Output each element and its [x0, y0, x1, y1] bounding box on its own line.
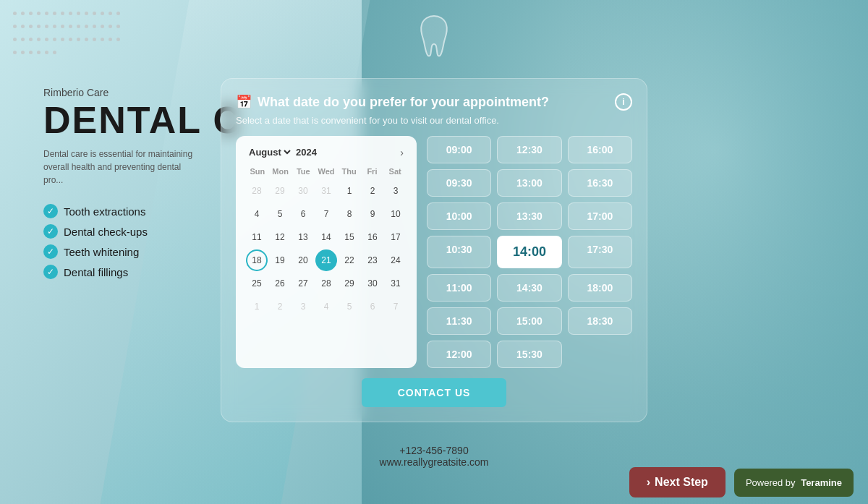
calendar-day[interactable]: 3 — [292, 296, 314, 317]
calendar-day[interactable]: 14 — [315, 226, 337, 248]
calendar-day[interactable]: 1 — [339, 180, 360, 202]
calendar-nav: August 2024 › — [246, 146, 407, 158]
feature-item: Dental check-ups — [43, 224, 246, 239]
calendar-day[interactable]: 10 — [385, 203, 407, 225]
calendar-day[interactable]: 31 — [315, 180, 337, 202]
modal-body: August 2024 › Sun Mon Tue Wed Thu Fri Sa… — [236, 136, 632, 368]
time-slots-section: 09:0012:3016:0009:3013:0016:3010:0013:30… — [427, 136, 632, 368]
calendar-day[interactable]: 5 — [269, 203, 291, 225]
calendar-day[interactable]: 30 — [362, 273, 383, 294]
time-slot[interactable]: 17:30 — [568, 236, 632, 268]
footer-bar: › Next Step Powered by Teramine — [0, 461, 868, 504]
calendar-day[interactable]: 8 — [339, 203, 360, 225]
calendar-day[interactable]: 19 — [269, 249, 291, 271]
calendar-day[interactable]: 22 — [339, 249, 360, 271]
appointment-modal: 📅 What date do you prefer for your appoi… — [221, 78, 647, 422]
calendar-day[interactable]: 23 — [362, 249, 383, 271]
calendar-day[interactable]: 7 — [315, 203, 337, 225]
time-slot[interactable]: 12:30 — [497, 136, 561, 163]
time-slot[interactable]: 10:00 — [427, 202, 491, 230]
hero-title: DENTAL C — [43, 101, 246, 139]
next-step-arrow: › — [647, 476, 650, 489]
calendar-day[interactable]: 20 — [292, 249, 314, 271]
next-step-button[interactable]: › Next Step — [629, 467, 726, 497]
calendar-day[interactable]: 5 — [339, 296, 360, 317]
calendar-day[interactable]: 7 — [385, 296, 407, 317]
powered-by-label: Powered by — [746, 477, 796, 488]
calendar-day[interactable]: 18 — [246, 249, 268, 271]
calendar-day[interactable]: 4 — [246, 203, 268, 225]
calendar-days-header: Sun Mon Tue Wed Thu Fri Sat — [246, 166, 407, 177]
calendar-section: August 2024 › Sun Mon Tue Wed Thu Fri Sa… — [236, 136, 417, 368]
modal-title: What date do you prefer for your appoint… — [258, 95, 549, 110]
calendar-day[interactable]: 29 — [269, 180, 291, 202]
time-slot[interactable]: 16:30 — [568, 169, 632, 197]
calendar-day[interactable]: 28 — [246, 180, 268, 202]
calendar-day[interactable]: 21 — [315, 249, 337, 271]
time-slot[interactable]: 16:00 — [568, 136, 632, 163]
calendar-day[interactable]: 2 — [362, 180, 383, 202]
feature-label: Dental check-ups — [64, 226, 148, 238]
calendar-icon: 📅 — [236, 94, 252, 110]
calendar-day[interactable]: 29 — [339, 273, 360, 294]
day-fri: Fri — [361, 166, 384, 177]
calendar-day[interactable]: 27 — [292, 273, 314, 294]
check-icon — [43, 224, 58, 239]
time-slot[interactable]: 13:30 — [497, 202, 561, 230]
time-slot[interactable]: 11:30 — [427, 307, 491, 335]
calendar-day[interactable]: 28 — [315, 273, 337, 294]
day-wed: Wed — [315, 166, 338, 177]
time-slot[interactable]: 14:30 — [497, 274, 561, 302]
time-slot[interactable]: 10:30 — [427, 236, 491, 268]
calendar-day[interactable]: 24 — [385, 249, 407, 271]
calendar-day[interactable]: 4 — [315, 296, 337, 317]
calendar-day[interactable]: 1 — [246, 296, 268, 317]
time-slot[interactable]: 18:30 — [568, 307, 632, 335]
calendar-day[interactable]: 25 — [246, 273, 268, 294]
calendar-day[interactable]: 17 — [385, 226, 407, 248]
calendar-day[interactable]: 12 — [269, 226, 291, 248]
calendar-day[interactable]: 30 — [292, 180, 314, 202]
calendar-day[interactable]: 31 — [385, 273, 407, 294]
calendar-day[interactable]: 13 — [292, 226, 314, 248]
day-sat: Sat — [383, 166, 407, 177]
powered-by-badge: Powered by Teramine — [734, 469, 854, 497]
check-icon — [43, 244, 58, 259]
phone-number: +123-456-7890 — [380, 445, 489, 456]
calendar-day[interactable]: 6 — [362, 296, 383, 317]
features-list: Tooth extractionsDental check-upsTeeth w… — [43, 204, 246, 279]
feature-item: Dental fillings — [43, 265, 246, 279]
calendar-day[interactable]: 11 — [246, 226, 268, 248]
time-slot[interactable]: 12:00 — [427, 341, 491, 368]
calendar-day[interactable]: 26 — [269, 273, 291, 294]
time-slot[interactable]: 18:00 — [568, 274, 632, 302]
info-icon[interactable]: i — [615, 93, 632, 111]
calendar-day[interactable]: 16 — [362, 226, 383, 248]
day-thu: Thu — [338, 166, 361, 177]
calendar-day[interactable]: 6 — [292, 203, 314, 225]
time-slot[interactable]: 09:00 — [427, 136, 491, 163]
feature-item: Teeth whitening — [43, 244, 246, 259]
time-slot[interactable]: 14:00 — [497, 236, 561, 268]
day-sun: Sun — [246, 166, 269, 177]
time-slot[interactable]: 11:00 — [427, 274, 491, 302]
next-step-label: Next Step — [655, 476, 708, 489]
time-slot[interactable]: 13:00 — [497, 169, 561, 197]
calendar-day[interactable]: 9 — [362, 203, 383, 225]
month-select[interactable]: August — [246, 146, 293, 158]
feature-label: Tooth extractions — [64, 205, 145, 218]
time-slot[interactable]: 09:30 — [427, 169, 491, 197]
year-display: 2024 — [296, 147, 317, 158]
calendar-day[interactable]: 15 — [339, 226, 360, 248]
contact-us-button[interactable]: CONTACT US — [362, 378, 506, 407]
calendar-day[interactable]: 2 — [269, 296, 291, 317]
calendar-day[interactable]: 3 — [385, 180, 407, 202]
time-slot[interactable]: 17:00 — [568, 202, 632, 230]
cal-next-arrow[interactable]: › — [397, 147, 407, 158]
modal-header: 📅 What date do you prefer for your appoi… — [236, 93, 632, 111]
time-slot[interactable]: 15:30 — [497, 341, 561, 368]
day-tue: Tue — [292, 166, 315, 177]
time-slot[interactable]: 15:00 — [497, 307, 561, 335]
tooth-icon — [416, 14, 452, 64]
check-icon — [43, 204, 58, 218]
